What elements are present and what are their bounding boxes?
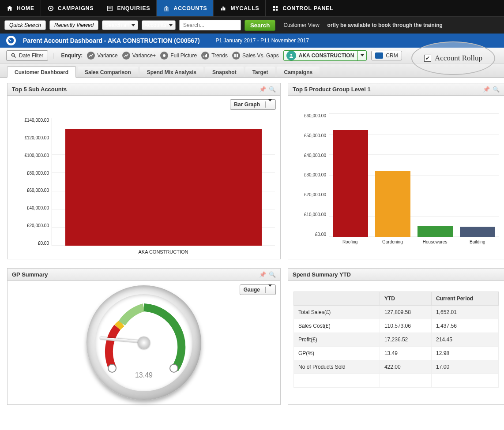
- zoom-icon[interactable]: 🔍: [269, 271, 276, 278]
- variance-plus-icon: [122, 52, 130, 60]
- customer-view-label: Customer View: [283, 22, 319, 28]
- crm-button[interactable]: CRM: [371, 51, 402, 60]
- gauge-value: 13.49: [87, 371, 201, 379]
- account-rollup-highlight: ✔ Account Rollup: [411, 41, 495, 75]
- bar-building[interactable]: [460, 227, 496, 237]
- tab-campaigns[interactable]: Campaigns: [277, 67, 320, 77]
- crm-label: CRM: [386, 52, 398, 59]
- trends-icon: [201, 52, 209, 60]
- enquiry-sales-vs-gaps[interactable]: Sales Vs. Gaps: [232, 52, 279, 60]
- nav-home-label: HOME: [17, 5, 34, 11]
- panel-title: Top 5 Product Group Level 1: [293, 86, 371, 93]
- search-type-label: Accounts: [145, 22, 166, 28]
- bank-icon: [163, 5, 170, 12]
- svg-point-18: [290, 54, 292, 56]
- svg-rect-5: [273, 6, 275, 7]
- col-current: Current Period: [432, 292, 499, 306]
- panel-gp-summary: GP Summary 📌 🔍 Gauge: [7, 268, 281, 405]
- svg-rect-6: [276, 6, 278, 7]
- date-filter-label: Date Filter: [19, 52, 43, 59]
- svg-rect-14: [205, 55, 206, 57]
- tab-target[interactable]: Target: [245, 67, 275, 77]
- gauge-type-select[interactable]: Gauge: [240, 284, 276, 295]
- table-row: Profit(£)17,236.52214.45: [294, 333, 499, 347]
- nav-control-panel[interactable]: CONTROL PANEL: [266, 0, 340, 16]
- tab-sales-comparison[interactable]: Sales Comparison: [78, 67, 138, 77]
- nav-accounts[interactable]: ACCOUNTS: [157, 0, 214, 16]
- nav-campaigns-label: CAMPAIGNS: [58, 5, 94, 11]
- account-rollup-checkbox[interactable]: ✔: [424, 55, 431, 62]
- period-label: P1 January 2017 - P11 November 2017: [216, 37, 309, 44]
- svg-rect-7: [273, 8, 275, 10]
- table-row: [294, 374, 499, 388]
- chart1-x-label: AKA CONSTRUCTION: [52, 249, 275, 254]
- grid-icon: [272, 5, 279, 12]
- bar-roofing[interactable]: [333, 130, 369, 237]
- gaps-icon: [232, 52, 240, 60]
- top-nav: HOME CAMPAIGNS ENQUIRIES ACCOUNTS MYCALL…: [0, 0, 504, 17]
- table-row: Total Sales(£)127,809.581,652.01: [294, 306, 499, 319]
- search-button[interactable]: Search: [244, 20, 275, 31]
- list-icon: [106, 5, 113, 12]
- tab-spend-mix[interactable]: Spend Mix Analysis: [140, 67, 203, 77]
- enquiry-variance-plus[interactable]: Variance+: [122, 52, 156, 60]
- chart-top-product-group: £60,000.00 £50,000.00 £40,000.00 £30,000…: [293, 113, 499, 237]
- account-rollup-label: Account Rollup: [435, 54, 482, 63]
- bar-housewares[interactable]: [417, 226, 453, 237]
- pin-icon[interactable]: 📌: [483, 86, 490, 93]
- x-label-gardening: Gardening: [371, 239, 414, 244]
- gp-gauge: 13.49: [87, 285, 201, 400]
- svg-point-1: [50, 7, 52, 9]
- crm-icon: [375, 52, 383, 59]
- col-ytd: YTD: [380, 292, 431, 306]
- bar-aka-construction[interactable]: [65, 129, 261, 246]
- recently-viewed-button[interactable]: Recently Viewed: [49, 20, 98, 30]
- chart1-type-select[interactable]: Bar Graph: [230, 99, 276, 110]
- caret-icon: [132, 24, 135, 26]
- dashboard-grid: Top 5 Sub Accounts 📌 🔍 Bar Graph £140,00…: [0, 78, 504, 414]
- enquiry-trends[interactable]: Trends: [201, 52, 228, 60]
- pin-icon[interactable]: 📌: [259, 86, 266, 93]
- nav-mycalls[interactable]: MYCALLS: [214, 0, 266, 16]
- svg-point-10: [12, 53, 15, 56]
- svg-rect-2: [108, 6, 113, 11]
- date-filter-button[interactable]: Date Filter: [6, 50, 48, 61]
- panel-title: GP Summary: [12, 271, 48, 278]
- search-input[interactable]: [179, 20, 241, 30]
- nav-enquiries[interactable]: ENQUIRIES: [100, 0, 157, 16]
- bar-gardening[interactable]: [375, 171, 411, 237]
- enquiry-full-picture[interactable]: Full Picture: [160, 52, 197, 60]
- tab-snapshot[interactable]: Snapshot: [205, 67, 244, 77]
- nav-enquiries-label: ENQUIRIES: [117, 5, 150, 11]
- svg-point-12: [163, 54, 165, 57]
- page-title: Parent Account Dashboard - AKA CONSTRUCT…: [23, 37, 200, 44]
- nav-home[interactable]: HOME: [0, 0, 41, 16]
- svg-rect-8: [276, 8, 278, 10]
- chart-top-sub-accounts: £140,000.00 £120,000.00 £100,000.00 £80,…: [13, 118, 275, 246]
- enquiry-label: Enquiry:: [61, 52, 83, 59]
- tab-customer-dashboard[interactable]: Customer Dashboard: [7, 66, 76, 78]
- zoom-icon[interactable]: 🔍: [269, 86, 276, 93]
- spend-summary-table: YTD Current Period Total Sales(£)127,809…: [293, 292, 499, 388]
- svg-rect-17: [237, 54, 238, 57]
- search-scope-select[interactable]: Search all: [102, 20, 138, 30]
- table-row: Sales Cost(£)110,573.061,437.56: [294, 319, 499, 333]
- panel-top-sub-accounts: Top 5 Sub Accounts 📌 🔍 Bar Graph £140,00…: [7, 83, 281, 259]
- account-select-caret: [357, 50, 366, 61]
- nav-campaigns[interactable]: CAMPAIGNS: [41, 0, 100, 16]
- x-label-roofing: Roofing: [329, 239, 371, 244]
- pin-icon[interactable]: 📌: [259, 271, 266, 278]
- search-icon: [11, 53, 16, 58]
- quick-search-button[interactable]: Quick Search: [4, 20, 46, 30]
- search-type-select[interactable]: Accounts: [142, 20, 176, 30]
- svg-rect-13: [203, 56, 204, 57]
- panel-spend-summary: Spend Summary YTD YTD Current Period Tot…: [288, 268, 504, 405]
- panel-title: Top 5 Sub Accounts: [12, 86, 67, 93]
- enquiry-variance[interactable]: Variance: [87, 52, 117, 60]
- caret-icon: [169, 24, 173, 26]
- account-select[interactable]: AKA CONSTRUCTION: [283, 50, 367, 61]
- table-row: No of Products Sold422.0017.00: [294, 360, 499, 374]
- zoom-icon[interactable]: 🔍: [493, 86, 500, 93]
- nav-accounts-label: ACCOUNTS: [173, 5, 207, 11]
- table-row: GP(%)13.4912.98: [294, 347, 499, 360]
